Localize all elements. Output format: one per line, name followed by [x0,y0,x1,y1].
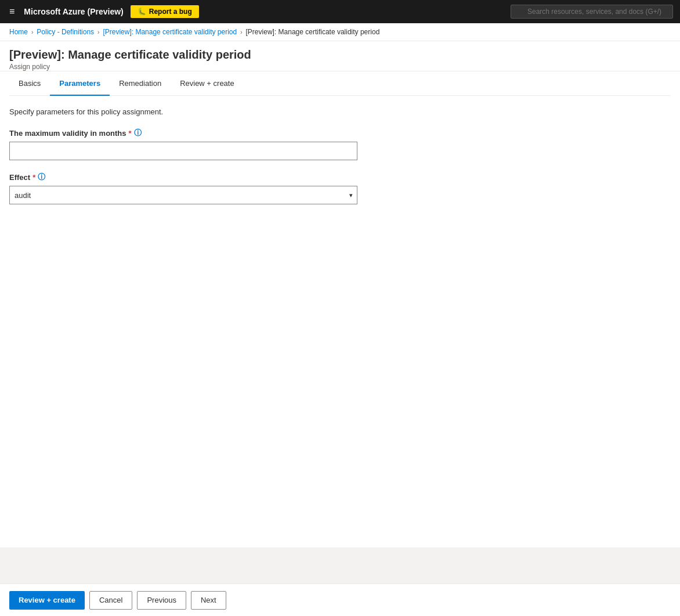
effect-select-wrap: audit deny disabled ▾ [9,186,357,204]
breadcrumb-sep-1: › [31,29,33,35]
breadcrumb-home[interactable]: Home [9,28,28,36]
page-subtitle: Assign policy [9,63,671,71]
page-header: [Preview]: Manage certificate validity p… [0,41,680,71]
review-create-button[interactable]: Review + create [9,591,85,610]
effect-required: * [32,173,35,182]
max-validity-label-text: The maximum validity in months [9,129,126,138]
topbar-title: Microsoft Azure (Preview) [24,7,123,16]
tab-basics[interactable]: Basics [9,72,50,96]
breadcrumb-sep-2: › [97,29,99,35]
app-layout: ≡ Microsoft Azure (Preview) 🐛 Report a b… [0,0,680,616]
tab-parameters[interactable]: Parameters [50,72,110,96]
content-wrapper: Home › Policy - Definitions › [Preview]:… [0,23,680,616]
max-validity-info-icon[interactable]: ⓘ [134,128,142,138]
hamburger-icon[interactable]: ≡ [7,4,17,19]
bug-icon: 🐛 [138,8,146,16]
tab-review-create[interactable]: Review + create [171,72,244,96]
page-title: [Preview]: Manage certificate validity p… [9,48,671,62]
cancel-button[interactable]: Cancel [89,591,132,610]
main-content: Basics Parameters Remediation Review + c… [0,71,680,547]
breadcrumb-sep-3: › [240,29,242,35]
breadcrumb-manage-cert-link[interactable]: [Preview]: Manage certificate validity p… [103,28,237,36]
max-validity-input[interactable] [9,142,357,160]
effect-label-text: Effect [9,173,30,182]
form-group-effect: Effect * ⓘ audit deny disabled ▾ [9,172,671,204]
breadcrumb-current: [Preview]: Manage certificate validity p… [246,28,380,36]
breadcrumb-policy-definitions[interactable]: Policy - Definitions [37,28,94,36]
next-button[interactable]: Next [191,591,226,610]
search-input[interactable] [511,5,673,19]
breadcrumb: Home › Policy - Definitions › [Preview]:… [0,23,680,41]
max-validity-label: The maximum validity in months * ⓘ [9,128,671,138]
form-description: Specify parameters for this policy assig… [9,107,671,116]
previous-button[interactable]: Previous [137,591,186,610]
tab-remediation[interactable]: Remediation [110,72,171,96]
form-group-max-validity: The maximum validity in months * ⓘ [9,128,671,160]
effect-label: Effect * ⓘ [9,172,671,182]
effect-info-icon[interactable]: ⓘ [38,172,45,182]
tabs: Basics Parameters Remediation Review + c… [9,71,671,96]
form-section: Specify parameters for this policy assig… [9,96,671,228]
max-validity-required: * [129,129,132,138]
report-bug-button[interactable]: 🐛 Report a bug [131,5,199,18]
report-bug-label: Report a bug [149,8,192,16]
footer: Review + create Cancel Previous Next [0,583,680,616]
topbar: ≡ Microsoft Azure (Preview) 🐛 Report a b… [0,0,680,23]
search-wrap: 🔍 [511,5,673,19]
effect-select[interactable]: audit deny disabled [9,186,357,204]
